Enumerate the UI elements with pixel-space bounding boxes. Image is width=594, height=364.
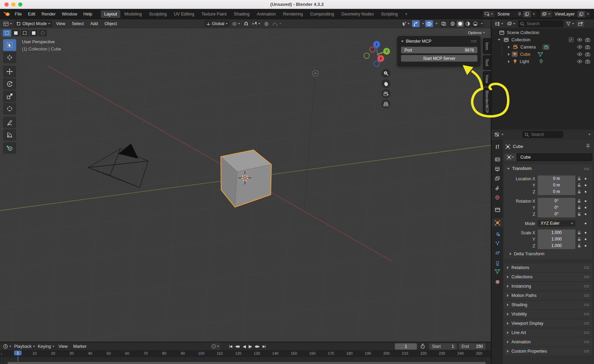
remove-view-layer-icon[interactable]: × [585, 12, 591, 17]
timeline-playhead[interactable] [18, 356, 18, 361]
next-keyframe-button[interactable]: ◆▶ [253, 343, 261, 350]
shading-wireframe-icon[interactable] [449, 21, 456, 27]
sidebar-tab-blendermcp[interactable]: BlenderMCP [483, 88, 491, 116]
unlink-scene-icon[interactable]: × [531, 12, 537, 17]
workspace-tab-layout[interactable]: Layout [101, 10, 121, 18]
menu-add[interactable]: Add [88, 21, 101, 26]
camera-view-icon[interactable] [381, 89, 390, 98]
stopwatch-icon[interactable] [420, 344, 425, 349]
lock-icon[interactable] [577, 231, 581, 235]
snap-magnet-icon[interactable] [242, 20, 250, 27]
tab-view-layer-icon[interactable] [493, 174, 502, 183]
move-tool[interactable] [3, 66, 16, 77]
transform-tool[interactable] [3, 103, 16, 115]
lock-icon[interactable] [577, 244, 581, 248]
sidebar-tab-view[interactable]: View [483, 71, 491, 86]
xray-toggle-icon[interactable] [440, 20, 447, 27]
scene-icon[interactable] [483, 11, 495, 18]
timeline-editor-type-icon[interactable] [2, 343, 13, 350]
menu-view[interactable]: View [53, 21, 68, 26]
hide-in-viewport-icon[interactable] [577, 45, 583, 49]
jump-to-start-button[interactable]: |◀ [228, 343, 233, 350]
animate-dot[interactable] [585, 238, 586, 240]
proportional-editing-icon[interactable] [263, 20, 270, 27]
outliner-row-scene-collection[interactable]: Scene Collection [492, 29, 594, 36]
workspace-tab-animation[interactable]: Animation [253, 10, 280, 18]
region-toggle-arrow[interactable]: › [1, 351, 2, 356]
new-view-layer-icon[interactable] [577, 11, 585, 18]
properties-editor-type-icon[interactable] [493, 131, 505, 138]
scale-y-field[interactable]: 1.000 [538, 236, 575, 243]
outliner-display-mode-icon[interactable] [494, 20, 505, 27]
measure-tool[interactable] [3, 129, 16, 141]
object-name-field[interactable]: Cube [517, 153, 592, 161]
prev-keyframe-button[interactable]: ◀◆ [234, 343, 241, 350]
delta-transform-toggle[interactable]: Delta Transform [510, 251, 544, 256]
pin-scene-icon[interactable] [516, 12, 523, 16]
menu-edit[interactable]: Edit [25, 12, 39, 17]
cursor-tool[interactable] [3, 52, 16, 63]
location-x-field[interactable]: 0 m [538, 175, 575, 182]
panel-visibility[interactable]: Visibility [504, 310, 592, 318]
add-workspace-button[interactable]: + [401, 10, 411, 18]
lock-icon[interactable] [577, 176, 581, 181]
workspace-tab-compositing[interactable]: Compositing [307, 10, 337, 18]
expand-icon[interactable] [508, 53, 510, 56]
panel-collections[interactable]: Collections [504, 273, 592, 281]
outliner-row-cube[interactable]: Cube [492, 51, 594, 58]
disable-in-renders-icon[interactable] [585, 60, 590, 64]
panel-drag-handle[interactable] [471, 40, 477, 43]
workspace-tab-shading[interactable]: Shading [230, 10, 253, 18]
panel-line-art[interactable]: Line Art [504, 329, 592, 337]
lock-icon[interactable] [577, 190, 581, 194]
rotation-mode-dropdown[interactable]: XYZ Euler [538, 220, 575, 227]
light-data-icon[interactable] [539, 59, 543, 64]
collapse-icon[interactable] [507, 168, 510, 170]
playback-menu[interactable]: Playback [13, 343, 36, 350]
breadcrumb-object-name[interactable]: Cube [513, 144, 523, 149]
workspace-tab-modeling[interactable]: Modeling [121, 10, 145, 18]
menu-select[interactable]: Select [69, 21, 87, 26]
frame-end-field[interactable]: End250 [459, 343, 486, 350]
annotate-tool[interactable] [3, 117, 16, 128]
timeline-tick-area[interactable] [0, 357, 491, 361]
hide-in-viewport-icon[interactable] [577, 38, 583, 42]
tab-constraints-icon[interactable] [493, 259, 502, 268]
expand-icon[interactable] [508, 60, 510, 63]
navigation-gizmo[interactable]: Z Y X [361, 39, 394, 71]
expand-icon[interactable] [508, 46, 510, 49]
timeline-scrollbar[interactable] [8, 362, 486, 364]
tab-object-icon[interactable] [492, 218, 503, 227]
panel-viewport-display[interactable]: Viewport Display [504, 319, 592, 328]
outliner-row-camera[interactable]: Camera [492, 43, 594, 51]
tab-material-icon[interactable] [493, 277, 502, 286]
outliner-search-input[interactable] [518, 20, 563, 27]
new-scene-icon[interactable] [523, 11, 531, 18]
animate-dot[interactable] [585, 245, 586, 247]
id-type-icon[interactable] [504, 153, 517, 161]
disable-in-renders-icon[interactable] [585, 45, 590, 49]
menu-window[interactable]: Window [59, 12, 80, 17]
collection-checkbox[interactable]: ✓ [569, 38, 573, 42]
collapse-icon[interactable] [498, 39, 500, 41]
location-y-field[interactable]: 0 m [538, 182, 575, 189]
select-mode-intersect[interactable] [39, 30, 47, 36]
shading-solid-icon[interactable] [457, 21, 464, 27]
scale-x-field[interactable]: 1.000 [538, 229, 575, 236]
workspace-tab-texture-paint[interactable]: Texture Paint [198, 10, 230, 18]
tab-render-icon[interactable] [493, 155, 502, 164]
outliner-filter-mode-icon[interactable] [506, 20, 517, 27]
outliner-row-light[interactable]: Light [492, 58, 594, 65]
sidebar-tab-item[interactable]: Item [483, 38, 491, 54]
marker-menu[interactable]: Marker [71, 344, 89, 349]
animate-dot[interactable] [585, 213, 586, 215]
toggle-perspective-icon[interactable] [381, 99, 390, 108]
select-mode-subtract[interactable] [21, 30, 29, 36]
lock-icon[interactable] [577, 237, 581, 241]
view-menu[interactable]: View [56, 344, 71, 349]
hide-in-viewport-icon[interactable] [577, 60, 583, 63]
pivot-point-icon[interactable] [231, 20, 241, 27]
animate-dot[interactable] [585, 178, 586, 180]
jump-to-end-button[interactable]: ▶| [261, 343, 267, 350]
scale-tool[interactable] [3, 90, 16, 102]
